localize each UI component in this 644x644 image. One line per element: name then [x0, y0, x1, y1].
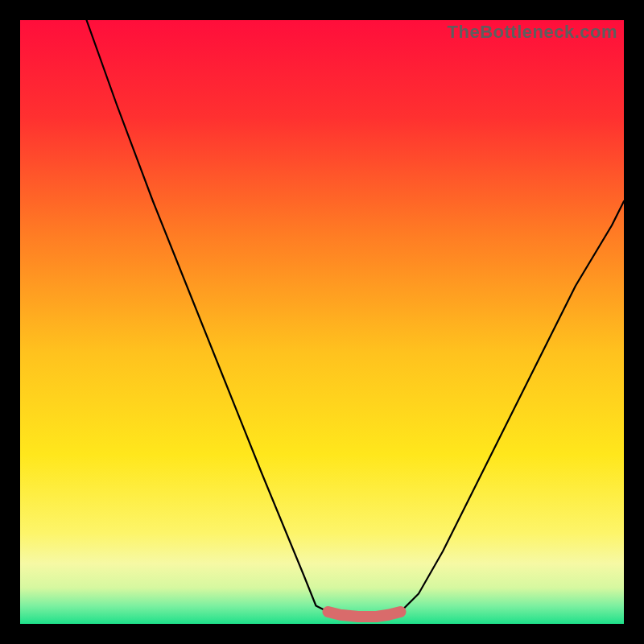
right-branch-line [401, 201, 625, 612]
plateau-highlight [328, 612, 401, 617]
chart-frame: TheBottleneck.com [20, 20, 624, 624]
left-branch-line [87, 20, 328, 612]
watermark-text: TheBottleneck.com [448, 22, 617, 43]
curve-layer [20, 20, 624, 624]
